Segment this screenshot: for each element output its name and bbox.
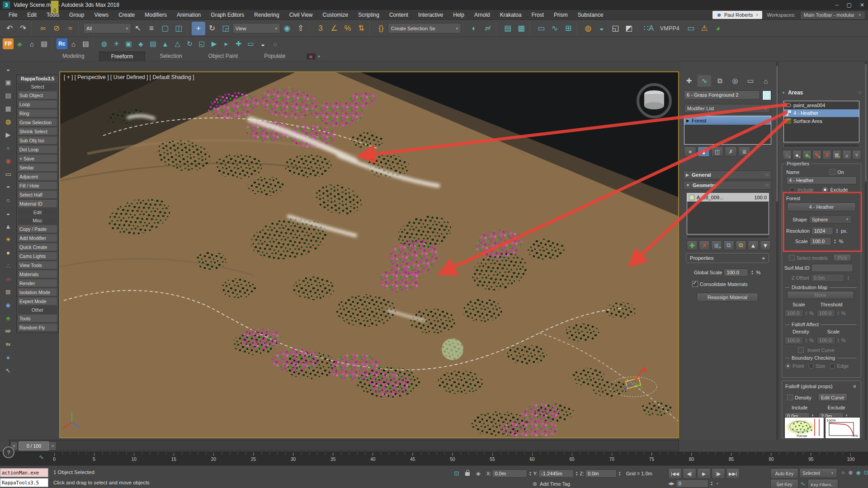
areas-list-scrollbar[interactable] (783, 144, 859, 147)
disc-icon[interactable]: ○ (3, 195, 14, 205)
spinner-snap-icon[interactable]: ⇅ (354, 22, 368, 35)
spinner-icon[interactable] (833, 238, 837, 245)
x-coordinate-field[interactable]: 0.0m (492, 469, 527, 478)
menu-item[interactable]: Animation (172, 12, 206, 18)
rappatools-item[interactable]: Copy / Paste (18, 225, 57, 233)
pin-stack-button[interactable]: ∗ (684, 146, 696, 157)
menu-item[interactable]: Rendering (249, 12, 284, 18)
ball-icon[interactable]: ● (3, 248, 14, 258)
mini-curve-toggle-icon[interactable]: ∿ (39, 454, 44, 460)
previous-frame-button[interactable]: ◀| (683, 468, 696, 479)
rappatools-item[interactable]: Adjacent (18, 172, 57, 181)
next-frame-button[interactable]: |▶ (712, 468, 725, 479)
zoom-region-icon[interactable]: ⊡ (862, 469, 868, 477)
unlink-selection-icon[interactable]: ⊘ (50, 22, 63, 35)
snaps-toggle-icon[interactable]: 3 (314, 22, 327, 35)
key-mode-clock-icon[interactable]: ◔ (715, 480, 719, 487)
minimize-button[interactable]: – (835, 2, 839, 8)
camera-icon[interactable]: ▶ (3, 130, 14, 140)
selection-lock-icon[interactable] (463, 469, 472, 478)
undo-icon[interactable]: ↶ (3, 22, 16, 35)
geometry-up-button[interactable]: ▲ (748, 240, 759, 250)
y-coordinate-field[interactable]: -1.2445m (538, 469, 574, 478)
menu-item[interactable]: Frost (527, 12, 549, 18)
scene-explorer-icon[interactable]: ▤ (501, 22, 514, 35)
menu-item[interactable]: Edit (22, 12, 42, 18)
add-geometry-list-button[interactable]: ≣ (711, 240, 722, 250)
key-step-icon[interactable]: ◀▶ (668, 481, 675, 486)
layer-explorer-icon[interactable]: ▦ (514, 22, 528, 35)
ribbon-tab[interactable]: Object Paint (197, 52, 250, 61)
frame-forward-button[interactable]: > (49, 441, 57, 450)
add-spline-area-button[interactable]: ◌ (783, 150, 792, 160)
help-icon[interactable]: ? (3, 446, 14, 458)
viewport[interactable]: [ + ] [ Perspective ] [ User Defined ] [… (59, 71, 679, 438)
rollout-general[interactable]: ▶ General ∷ (683, 170, 772, 179)
go-to-end-button[interactable]: ▶▶| (726, 468, 740, 479)
add-paint-area-button[interactable]: ✎ (812, 150, 821, 160)
viewport-label[interactable]: [ + ] [ Perspective ] [ User Defined ] [… (64, 74, 194, 80)
workspace-dropdown[interactable]: Main Toolbar - modular ▼ (800, 11, 865, 19)
spinner-icon[interactable] (750, 269, 754, 276)
rappatools-item[interactable]: Isolation Mode (18, 288, 57, 296)
bulb-icon[interactable]: ◌ (269, 38, 281, 49)
rock-icon[interactable]: ◆ (3, 300, 14, 310)
remove-modifier-button[interactable]: ✗ (725, 146, 737, 157)
rappatools-item[interactable]: Random Fly (18, 323, 57, 332)
rappatools-item[interactable]: Cams Lights (18, 252, 57, 260)
boundary-point-radio[interactable] (785, 363, 791, 369)
distribution-map-none-button[interactable]: None (787, 291, 854, 299)
play-button[interactable]: ▶ (697, 468, 711, 479)
grid-array-icon[interactable]: ∷A (642, 22, 656, 35)
material-editor-icon[interactable]: ◍ (581, 22, 595, 35)
collapse-arrow-icon[interactable]: ▼ (782, 91, 785, 95)
expand-arrow-icon[interactable]: ▶ (686, 118, 689, 123)
create-tab-icon[interactable]: ✚ (682, 75, 696, 87)
configure-modifier-sets-button[interactable]: ≣ (738, 146, 750, 157)
menu-item[interactable]: Prism (549, 12, 573, 18)
shape-dropdown[interactable]: Sphere ▼ (809, 215, 852, 224)
modifier-stack-item[interactable]: ▶ Forest (684, 116, 771, 125)
select-cursor-icon[interactable]: ↖ (3, 366, 14, 375)
ribbon-tab[interactable]: Populate (252, 52, 297, 61)
select-and-rotate-icon[interactable]: ↻ (205, 22, 219, 35)
bind-to-spacewarp-icon[interactable]: ≈ (63, 22, 77, 35)
schematic-view-icon[interactable]: ⊞ (561, 22, 575, 35)
camera-add-icon[interactable]: ✚ (232, 38, 245, 49)
measure-icon[interactable]: ▭ (684, 22, 698, 35)
forest-list-icon[interactable]: ▤ (38, 38, 50, 49)
key-filters-button[interactable]: Key Filters... (807, 479, 838, 488)
rappatools-item[interactable]: Dot Loop (18, 145, 57, 154)
select-and-manipulate-icon[interactable]: ⇧ (294, 22, 307, 35)
ox-icon[interactable]: 0x (3, 339, 14, 349)
exclude-radio[interactable] (822, 187, 828, 192)
light-icon[interactable]: ◍ (98, 38, 110, 49)
make-unique-button[interactable]: ◫ (711, 146, 723, 157)
sun-icon[interactable]: ☀ (110, 38, 123, 49)
modifier-stack[interactable]: ▶ Forest (684, 116, 771, 145)
area-list-item[interactable]: paint_area004 (784, 101, 859, 109)
rappatools-item[interactable]: Sub Object (18, 91, 57, 99)
object-name-field[interactable]: 6 - Grass Foreground 2 (684, 90, 760, 99)
properties-expander[interactable]: Properties » (686, 253, 769, 263)
areas-panel-scrollbar[interactable] (865, 61, 867, 440)
rappatools-item[interactable]: Sub Obj Iso (18, 136, 57, 145)
delete-geometry-button[interactable]: ✗ (699, 240, 710, 250)
include-radio[interactable] (790, 187, 795, 192)
modify-tab-icon[interactable]: ∿ (698, 75, 711, 87)
curve-editor-icon[interactable]: ∿ (548, 22, 561, 35)
use-pivot-point-icon[interactable]: ◉ (280, 22, 294, 35)
tree-list-icon[interactable]: ▤ (147, 38, 159, 49)
forest-tools-icon[interactable]: ⌂ (26, 38, 38, 49)
ribbon-tab[interactable]: Selection (148, 52, 193, 61)
object-color-swatch[interactable] (762, 90, 771, 100)
delete-area-button[interactable]: ✗ (822, 150, 831, 160)
close-button[interactable]: ✕ (860, 2, 864, 8)
rappatools-item[interactable]: Shrink Select (18, 127, 57, 136)
utilities-tab-icon[interactable]: ⌂ (759, 75, 773, 87)
area-down-button[interactable]: ▼ (852, 150, 861, 160)
forest-object-button[interactable]: 4 - Heather (787, 202, 856, 211)
menu-item[interactable]: File (4, 12, 22, 18)
area-list-item[interactable]: 4 - Heather (784, 109, 859, 117)
rappatools-item[interactable]: + Save (18, 154, 57, 163)
